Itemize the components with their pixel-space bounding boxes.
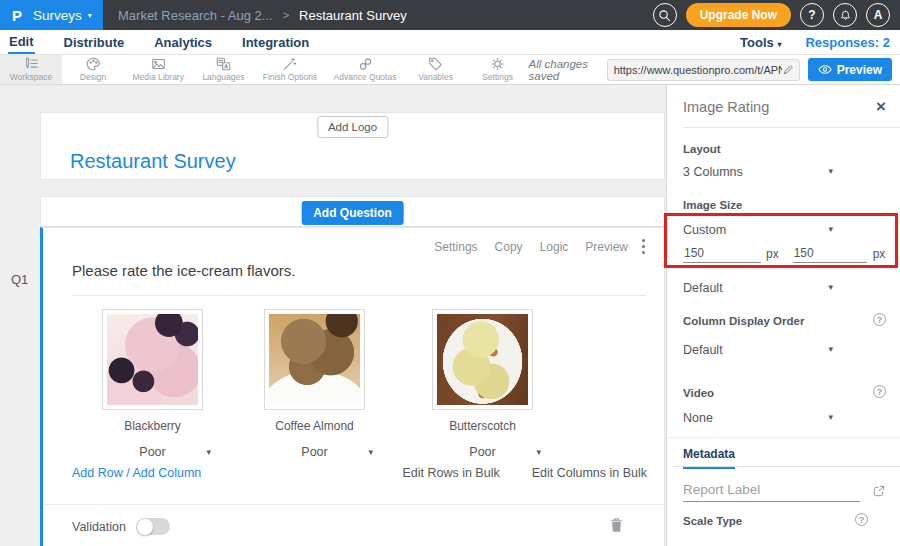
top-navigation-bar: P Surveys ▾ Market Research - Aug 2... >…: [0, 0, 900, 30]
survey-header-card: Add Logo Restaurant Survey: [40, 112, 665, 180]
rating-column-butterscotch: Butterscotch Poor▾: [432, 309, 533, 459]
palette-icon: [85, 56, 102, 72]
avatar[interactable]: A: [866, 3, 890, 27]
toolbar-item-workspace[interactable]: Workspace: [0, 55, 62, 84]
edit-toolbar: Workspace Design Media Library Languages…: [0, 55, 900, 85]
question-actions: Settings Copy Logic Preview: [434, 240, 628, 254]
help-icon[interactable]: ?: [873, 313, 886, 326]
question-settings-panel: Image Rating × Layout 3 Columns▾ Image S…: [666, 85, 900, 546]
question-copy-link[interactable]: Copy: [495, 240, 523, 254]
open-editor-icon[interactable]: [872, 484, 886, 498]
question-index: Q1: [11, 272, 28, 287]
question-settings-link[interactable]: Settings: [434, 240, 477, 254]
rating-dropdown[interactable]: Poor▾: [432, 445, 533, 459]
breadcrumb-separator: >: [283, 9, 289, 21]
video-dropdown[interactable]: None▾: [683, 411, 833, 425]
upgrade-now-button[interactable]: Upgrade Now: [686, 3, 791, 27]
column-label[interactable]: Blackberry: [102, 419, 203, 433]
edit-columns-bulk-link[interactable]: Edit Columns in Bulk: [532, 466, 647, 480]
scale-type-label: Scale Type: [683, 515, 742, 527]
rating-dropdown[interactable]: Poor▾: [102, 445, 203, 459]
workspace-icon: [23, 56, 40, 72]
column-label[interactable]: Coffee Almond: [264, 419, 365, 433]
surveys-menu-label: Surveys: [33, 8, 82, 23]
question-text[interactable]: Please rate the ice-cream flavors.: [72, 262, 295, 279]
butterscotch-ice-cream-image: [437, 314, 528, 405]
help-icon[interactable]: ?: [855, 513, 868, 526]
validation-label: Validation: [72, 520, 126, 534]
column-display-order-label: Column Display Order: [683, 315, 804, 327]
survey-url-input[interactable]: [614, 64, 782, 76]
layout-dropdown[interactable]: 3 Columns▾: [683, 165, 833, 179]
column-display-order-dropdown[interactable]: Default▾: [683, 343, 833, 357]
save-status: All changes saved: [529, 58, 599, 82]
rating-column-coffee-almond: Coffee Almond Poor▾: [264, 309, 365, 459]
toolbar-item-finish-options[interactable]: Finish Options: [254, 55, 325, 84]
survey-title[interactable]: Restaurant Survey: [70, 150, 236, 173]
image-size-label: Image Size: [683, 199, 742, 211]
responses-count[interactable]: Responses: 2: [805, 35, 890, 50]
help-button[interactable]: ?: [800, 3, 824, 27]
add-question-bar: Add Question: [40, 196, 665, 227]
help-icon[interactable]: ?: [873, 385, 886, 398]
column-label[interactable]: Butterscotch: [432, 419, 533, 433]
divider: [673, 466, 900, 467]
search-button[interactable]: [653, 3, 677, 27]
tab-distribute[interactable]: Distribute: [63, 32, 126, 53]
breadcrumb-folder[interactable]: Market Research - Aug 2...: [118, 8, 273, 23]
chain-icon: [357, 56, 374, 72]
more-options-button[interactable]: [641, 238, 646, 259]
preview-button[interactable]: Preview: [808, 58, 892, 81]
breadcrumb-current: Restaurant Survey: [299, 8, 407, 23]
toolbar-item-variables[interactable]: Variables: [405, 55, 467, 84]
search-icon: [658, 9, 671, 22]
layout-label: Layout: [683, 143, 721, 155]
column-image[interactable]: [102, 309, 203, 410]
style-dropdown[interactable]: Default▾: [683, 281, 833, 295]
report-label-input[interactable]: [683, 480, 860, 502]
add-column-link[interactable]: Add Column: [133, 466, 202, 480]
coffee-almond-ice-cream-image: [269, 314, 360, 405]
add-logo-button[interactable]: Add Logo: [317, 116, 388, 138]
toolbar-item-languages[interactable]: Languages: [192, 55, 254, 84]
tools-menu[interactable]: Tools ▾: [740, 35, 781, 50]
survey-canvas: Q1 Add Logo Restaurant Survey Add Questi…: [0, 85, 666, 546]
column-image[interactable]: [432, 309, 533, 410]
notifications-button[interactable]: [833, 3, 857, 27]
tab-edit[interactable]: Edit: [8, 31, 35, 54]
tag-icon: [427, 56, 444, 72]
add-question-button[interactable]: Add Question: [301, 201, 404, 225]
question-card[interactable]: Settings Copy Logic Preview Please rate …: [40, 227, 665, 546]
question-logic-link[interactable]: Logic: [540, 240, 569, 254]
validation-toggle[interactable]: [136, 518, 170, 535]
toolbar-item-settings[interactable]: Settings: [467, 55, 529, 84]
chevron-down-icon: ▾: [536, 447, 541, 457]
image-size-dropdown[interactable]: Custom▾: [683, 223, 833, 237]
delete-question-button[interactable]: [609, 516, 624, 537]
edit-rows-bulk-link[interactable]: Edit Rows in Bulk: [402, 466, 499, 480]
chevron-down-icon: ▾: [88, 11, 92, 20]
toolbar-item-media-library[interactable]: Media Library: [124, 55, 192, 84]
tab-analytics[interactable]: Analytics: [153, 32, 213, 53]
divider: [43, 504, 664, 505]
video-label: Video: [683, 387, 714, 399]
questionpro-logo: P: [12, 7, 22, 24]
column-image[interactable]: [264, 309, 365, 410]
image-height-input[interactable]: [793, 246, 867, 263]
toolbar-item-advance-quotas[interactable]: Advance Quotas: [325, 55, 404, 84]
kebab-menu-icon: [641, 238, 646, 255]
eye-icon: [818, 64, 832, 75]
breadcrumb: Market Research - Aug 2... > Restaurant …: [118, 8, 407, 23]
divider: [667, 437, 900, 438]
toolbar-item-design[interactable]: Design: [62, 55, 124, 84]
section-tab-bar: Edit Distribute Analytics Integration To…: [0, 30, 900, 55]
add-row-link[interactable]: Add Row: [72, 466, 123, 480]
close-icon[interactable]: ×: [876, 98, 886, 115]
edit-pencil-icon[interactable]: [782, 63, 795, 76]
surveys-menu[interactable]: P Surveys ▾: [0, 0, 103, 30]
rating-dropdown[interactable]: Poor▾: [264, 445, 365, 459]
bell-icon: [839, 9, 852, 22]
question-preview-link[interactable]: Preview: [585, 240, 628, 254]
tab-integration[interactable]: Integration: [241, 32, 310, 53]
image-width-input[interactable]: [683, 246, 761, 263]
